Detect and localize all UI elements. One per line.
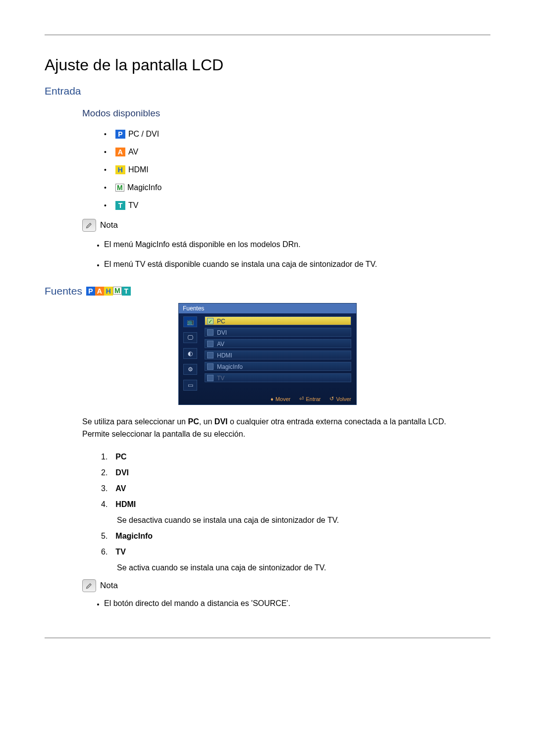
badge-A-icon: A	[95, 287, 104, 296]
osd-item-label: PC	[217, 318, 225, 325]
modos-heading: Modos disponibles	[82, 108, 490, 119]
sources-list: PCDVIAVHDMISe desactiva cuando se instal…	[101, 453, 490, 572]
checkbox-icon	[207, 329, 214, 336]
osd-entrar: Entrar	[306, 396, 321, 402]
mode-badge-M-icon: M	[115, 184, 124, 192]
move-icon: ♦	[270, 396, 273, 402]
mode-label: TV	[128, 201, 138, 210]
source-item: PC	[101, 453, 490, 461]
mode-label: MagicInfo	[127, 183, 161, 192]
pencil-icon	[82, 219, 96, 232]
osd-nav-icon: ◐	[183, 348, 197, 359]
note-item: El menú TV está disponible cuando se ins…	[104, 258, 490, 270]
bottom-divider	[45, 638, 490, 638]
source-item: TVSe activa cuando se instala una caja d…	[101, 548, 490, 572]
source-label: PC	[115, 453, 126, 461]
source-label: DVI	[115, 468, 129, 477]
osd-item: DVI	[205, 328, 351, 337]
source-item: DVI	[101, 468, 490, 477]
osd-item-label: DVI	[217, 329, 227, 336]
nota-row-1: Nota	[82, 219, 490, 232]
mode-item: MMagicInfo	[104, 183, 490, 192]
source-item: HDMISe desactiva cuando se instala una c…	[101, 500, 490, 525]
checkbox-icon	[207, 341, 214, 347]
fuentes-description: Se utiliza para seleccionar un PC, un DV…	[82, 416, 453, 441]
osd-nav: 📺 🖵 ◐ ⚙ ▭	[179, 313, 202, 394]
osd-item-label: MagicInfo	[217, 363, 243, 370]
osd-mover: Mover	[275, 396, 291, 402]
osd-nav-icon: ▭	[183, 380, 197, 391]
source-label: AV	[115, 484, 126, 493]
mode-badge-P-icon: P	[115, 130, 125, 139]
fuentes-heading-row: Fuentes PAHMT	[45, 285, 490, 297]
osd-volver: Volver	[336, 396, 351, 402]
osd-item: HDMI	[205, 351, 351, 359]
pencil-icon	[82, 579, 96, 592]
source-label: TV	[115, 548, 125, 556]
badge-M-icon: M	[113, 287, 122, 295]
checkbox-icon	[207, 318, 214, 324]
checkbox-icon	[207, 352, 214, 358]
note-item: El menú MagicInfo está disponible en los…	[104, 239, 490, 251]
nota-item: El botón directo del mando a distancia e…	[104, 599, 490, 608]
nota-label-2: Nota	[100, 581, 118, 591]
osd-nav-icon: ⚙	[183, 364, 197, 375]
osd-item-label: TV	[217, 375, 224, 382]
mode-label: PC / DVI	[128, 130, 159, 139]
osd-item-label: HDMI	[217, 352, 232, 359]
top-divider	[45, 35, 490, 35]
modes-list: PPC / DVIAAVHHDMIMMagicInfoTTV	[104, 130, 490, 210]
mode-label: HDMI	[128, 165, 149, 174]
fuentes-heading: Fuentes	[45, 285, 82, 297]
osd-nav-icon: 🖵	[183, 332, 197, 343]
mode-badge-T-icon: T	[115, 201, 125, 210]
osd-item: PC	[205, 316, 351, 325]
source-sub: Se activa cuando se instala una caja de …	[117, 563, 490, 572]
return-icon: ↺	[329, 396, 334, 402]
mode-item: AAV	[104, 148, 490, 156]
osd-footer: ♦Mover ⏎Entrar ↺Volver	[179, 394, 356, 404]
nota-row-2: Nota	[82, 579, 490, 592]
badge-H-icon: H	[104, 287, 113, 296]
source-item: AV	[101, 484, 490, 493]
mode-item: PPC / DVI	[104, 130, 490, 139]
mode-label: AV	[128, 148, 138, 156]
page-title: Ajuste de la pantalla LCD	[45, 56, 490, 74]
checkbox-icon	[207, 375, 214, 381]
osd-item: MagicInfo	[205, 362, 351, 371]
osd-panel: Fuentes 📺 🖵 ◐ ⚙ ▭ PCDVIAVHDMIMagicInfoTV…	[178, 303, 357, 405]
badge-P-icon: P	[86, 287, 95, 296]
source-label: HDMI	[115, 500, 136, 508]
section-entrada: Entrada	[45, 85, 490, 97]
source-label: MagicInfo	[115, 532, 153, 540]
badge-T-icon: T	[122, 287, 131, 296]
entrada-notes: El menú MagicInfo está disponible en los…	[104, 239, 490, 270]
mode-item: HHDMI	[104, 165, 490, 174]
osd-nav-icon: 📺	[183, 316, 197, 327]
osd-screenshot: Fuentes 📺 🖵 ◐ ⚙ ▭ PCDVIAVHDMIMagicInfoTV…	[45, 303, 490, 405]
source-item: MagicInfo	[101, 532, 490, 541]
checkbox-icon	[207, 363, 214, 370]
mode-badge-H-icon: H	[115, 165, 125, 174]
mode-badge-A-icon: A	[115, 148, 125, 156]
osd-item-label: AV	[217, 341, 224, 348]
enter-icon: ⏎	[299, 396, 304, 402]
osd-item: AV	[205, 339, 351, 348]
fuentes-nota-list: El botón directo del mando a distancia e…	[104, 599, 490, 608]
fuentes-badges: PAHMT	[86, 287, 131, 296]
osd-item: TV	[205, 373, 351, 382]
source-sub: Se desactiva cuando se instala una caja …	[117, 516, 490, 525]
mode-item: TTV	[104, 201, 490, 210]
nota-label-1: Nota	[100, 220, 118, 230]
osd-list: PCDVIAVHDMIMagicInfoTV	[202, 313, 356, 394]
osd-title: Fuentes	[179, 303, 356, 313]
